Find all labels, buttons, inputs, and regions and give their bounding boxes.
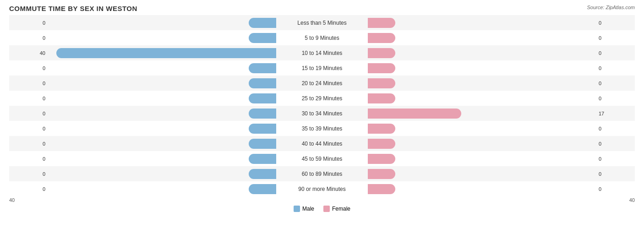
left-section: 0 (9, 166, 276, 181)
male-bar-wrapper (47, 48, 276, 58)
female-bar (368, 184, 395, 194)
bar-row: 045 to 59 Minutes0 (9, 151, 635, 166)
male-value: 0 (34, 111, 47, 116)
male-bar (249, 109, 276, 119)
female-bar (368, 63, 395, 73)
male-value: 0 (34, 35, 47, 41)
right-section: 0 (368, 45, 635, 60)
male-bar (249, 63, 276, 73)
male-bar-wrapper (47, 154, 276, 164)
male-value: 0 (34, 171, 47, 177)
left-section: 0 (9, 136, 276, 151)
right-section: 0 (368, 76, 635, 91)
male-value: 0 (34, 186, 47, 192)
male-bar (249, 154, 276, 164)
female-value: 0 (597, 186, 610, 192)
rows-container: 0Less than 5 Minutes005 to 9 Minutes0401… (9, 15, 635, 196)
female-bar-wrapper (368, 184, 597, 194)
female-bar-wrapper (368, 109, 597, 119)
left-section: 40 (9, 45, 276, 60)
row-center-label: 20 to 24 Minutes (276, 80, 368, 87)
female-value: 0 (597, 20, 610, 26)
female-bar-wrapper (368, 63, 597, 73)
row-center-label: 15 to 19 Minutes (276, 65, 368, 71)
left-section: 0 (9, 106, 276, 121)
legend-female: Female (323, 206, 350, 212)
male-value: 0 (34, 81, 47, 86)
right-section: 0 (368, 136, 635, 151)
female-value: 0 (597, 35, 610, 41)
row-center-label: 60 to 89 Minutes (276, 171, 368, 177)
female-value: 17 (597, 111, 610, 116)
left-section: 0 (9, 121, 276, 136)
legend-male-label: Male (302, 206, 314, 212)
female-bar (368, 169, 395, 179)
female-value: 0 (597, 96, 610, 101)
right-section: 0 (368, 166, 635, 181)
right-section: 0 (368, 181, 635, 196)
bar-row: 05 to 9 Minutes0 (9, 30, 635, 45)
bar-row: 0Less than 5 Minutes0 (9, 15, 635, 30)
female-bar-wrapper (368, 169, 597, 179)
bar-row: 025 to 29 Minutes0 (9, 91, 635, 106)
male-bar-wrapper (47, 18, 276, 28)
legend: Male Female (9, 206, 635, 212)
right-section: 0 (368, 91, 635, 106)
row-center-label: 5 to 9 Minutes (276, 35, 368, 41)
female-bar (368, 93, 395, 103)
legend-female-label: Female (332, 206, 350, 212)
male-bar (56, 48, 276, 58)
bar-row: 040 to 44 Minutes0 (9, 136, 635, 151)
right-section: 17 (368, 106, 635, 121)
male-bar-wrapper (47, 184, 276, 194)
female-value: 0 (597, 171, 610, 177)
axis-left-label: 40 (9, 197, 15, 203)
bar-row: 015 to 19 Minutes0 (9, 60, 635, 76)
female-bar-wrapper (368, 78, 597, 88)
male-value: 0 (34, 65, 47, 71)
female-value: 0 (597, 81, 610, 86)
male-bar-wrapper (47, 109, 276, 119)
female-bar (368, 48, 395, 58)
left-section: 0 (9, 30, 276, 45)
row-center-label: 25 to 29 Minutes (276, 95, 368, 102)
male-bar (249, 139, 276, 149)
male-bar-wrapper (47, 93, 276, 103)
male-bar-wrapper (47, 63, 276, 73)
male-bar-wrapper (47, 139, 276, 149)
bar-row: 020 to 24 Minutes0 (9, 76, 635, 91)
male-value: 0 (34, 126, 47, 131)
row-center-label: 40 to 44 Minutes (276, 141, 368, 147)
row-center-label: 45 to 59 Minutes (276, 156, 368, 162)
female-bar (368, 139, 395, 149)
right-section: 0 (368, 60, 635, 76)
male-value: 0 (34, 156, 47, 162)
bar-row: 4010 to 14 Minutes0 (9, 45, 635, 60)
female-bar-wrapper (368, 154, 597, 164)
male-bar (249, 18, 276, 28)
axis-labels: 40 40 (9, 197, 635, 204)
bar-row: 060 to 89 Minutes0 (9, 166, 635, 181)
row-center-label: 35 to 39 Minutes (276, 125, 368, 132)
female-bar-wrapper (368, 93, 597, 103)
female-value: 0 (597, 126, 610, 131)
female-bar (368, 154, 395, 164)
left-section: 0 (9, 60, 276, 76)
female-value: 0 (597, 141, 610, 147)
male-value: 0 (34, 141, 47, 147)
female-bar-wrapper (368, 48, 597, 58)
left-section: 0 (9, 76, 276, 91)
row-center-label: 90 or more Minutes (276, 186, 368, 192)
source-text: Source: ZipAtlas.com (587, 5, 635, 10)
left-section: 0 (9, 91, 276, 106)
right-section: 0 (368, 30, 635, 45)
bar-row: 090 or more Minutes0 (9, 181, 635, 196)
female-bar-wrapper (368, 139, 597, 149)
male-bar (249, 169, 276, 179)
female-value: 0 (597, 50, 610, 56)
female-bar (368, 18, 395, 28)
male-value: 0 (34, 20, 47, 26)
male-bar-wrapper (47, 78, 276, 88)
legend-male: Male (294, 206, 314, 212)
left-section: 0 (9, 151, 276, 166)
